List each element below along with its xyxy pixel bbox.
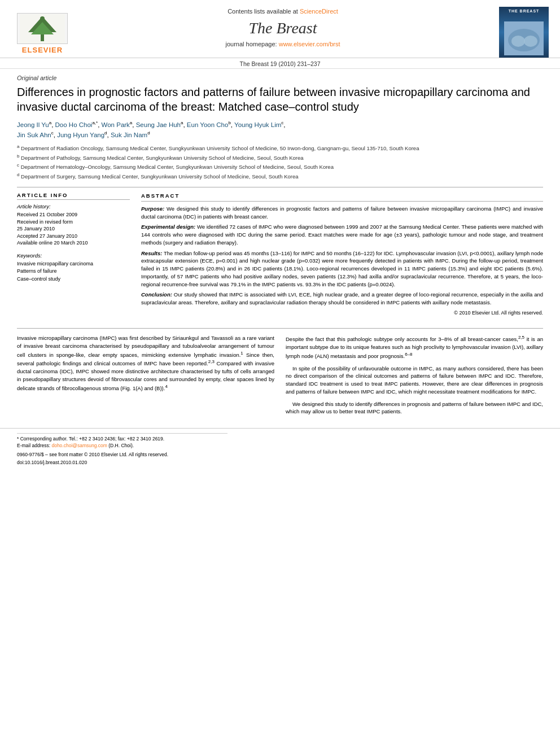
body-para-2: Despite the fact that this pathologic su…: [286, 334, 543, 360]
abstract-purpose-text: We designed this study to identify diffe…: [141, 206, 543, 220]
footer-email-suffix: (D.H. Choi).: [108, 443, 134, 448]
body-left-col: Invasive micropapillary carcinoma (IMPC)…: [17, 334, 274, 420]
abstract-results-heading: Results:: [141, 250, 162, 256]
journal-logo-box: THE BREAST: [492, 5, 549, 58]
abstract-purpose-heading: Purpose:: [141, 206, 164, 212]
breast-cover-art: [504, 21, 544, 55]
abstract-conclusion: Conclusion: Our study showed that IMPC i…: [141, 291, 543, 307]
abstract-design-text: We identified 72 cases of IMPC who were …: [141, 224, 543, 246]
info-abstract-columns: ARTICLE INFO Article history: Received 2…: [17, 192, 543, 317]
copyright-line: © 2010 Elsevier Ltd. All rights reserved…: [141, 309, 543, 317]
footer-email-line: E-mail address: doho.choi@samsung.com (D…: [17, 443, 543, 449]
affil-4: d Department of Surgery, Samsung Medical…: [17, 172, 543, 180]
journal-title: The Breast: [248, 19, 317, 37]
keyword-2: Patterns of failure: [17, 268, 130, 276]
journal-header: ELSEVIER Contents lists available at Sci…: [0, 0, 560, 58]
breast-cover-title: THE BREAST: [509, 9, 540, 13]
section-divider: [17, 187, 543, 187]
elsevier-brand-text: ELSEVIER: [22, 46, 63, 54]
affil-2: b Department of Pathology, Samsung Medic…: [17, 153, 543, 161]
affil-1: a Department of Radiation Oncology, Sams…: [17, 143, 543, 152]
abstract-design: Experimental design: We identified 72 ca…: [141, 223, 543, 246]
journal-homepage-link[interactable]: www.elsevier.com/brst: [279, 41, 340, 47]
bottom-section-divider: [17, 328, 543, 329]
svg-point-8: [524, 36, 537, 47]
svg-point-4: [40, 16, 45, 21]
sciencedirect-line: Contents lists available at ScienceDirec…: [228, 8, 338, 15]
breast-cover-image: THE BREAST: [499, 7, 549, 58]
journal-center-header: Contents lists available at ScienceDirec…: [73, 5, 492, 58]
affiliations: a Department of Radiation Oncology, Sams…: [17, 143, 543, 180]
top-meta-line: The Breast 19 (2010) 231–237: [0, 58, 560, 69]
footer-corresponding: * Corresponding author. Tel.: +82 2 3410…: [17, 436, 543, 443]
body-para-3: In spite of the possibility of unfavoura…: [286, 365, 543, 396]
keyword-1: Invasive micropapillary carcinoma: [17, 260, 130, 268]
author-4: Seung Jae Huh: [136, 121, 181, 128]
author-3: Won Park: [102, 121, 130, 128]
abstract-design-heading: Experimental design:: [141, 224, 195, 230]
footer-doi-line: doi:10.1016/j.breast.2010.01.020: [17, 460, 543, 465]
history-received: Received 21 October 2009: [17, 211, 130, 219]
keywords-section: Keywords: Invasive micropapillary carcin…: [17, 252, 130, 283]
article-history: Article history: Received 21 October 200…: [17, 203, 130, 247]
elsevier-logo-image: [17, 13, 68, 44]
history-revised-date: 25 January 2010: [17, 225, 130, 233]
body-right-col: Despite the fact that this pathologic su…: [286, 334, 543, 420]
author-5: Eun Yoon Cho: [187, 121, 229, 128]
article-info-header: ARTICLE INFO: [17, 192, 130, 200]
body-text-columns: Invasive micropapillary carcinoma (IMPC)…: [0, 334, 560, 420]
footer-divider: [17, 433, 228, 434]
abstract-conclusion-text: Our study showed that IMPC is associated…: [141, 291, 543, 305]
keyword-3: Case–control study: [17, 276, 130, 283]
footer-email-link[interactable]: doho.choi@samsung.com: [51, 443, 107, 448]
abstract-results-text: The median follow-up period was 45 month…: [141, 250, 543, 287]
footer-issn-line: 0960-9776/$ – see front matter © 2010 El…: [17, 452, 543, 457]
article-content: Original article Differences in prognost…: [0, 69, 560, 322]
body-para-4: We designed this study to identify diffe…: [286, 400, 543, 416]
author-2: Doo Ho Choi: [55, 121, 93, 128]
abstract-conclusion-heading: Conclusion:: [141, 291, 172, 298]
affil-3: c Department of Hematology–Oncology, Sam…: [17, 162, 543, 171]
abstract-results: Results: The median follow-up period was…: [141, 250, 543, 289]
page-footer: * Corresponding author. Tel.: +82 2 3410…: [0, 428, 560, 469]
author-7: Jin Suk Ahn: [17, 132, 51, 138]
history-revised-label: Received in revised form: [17, 219, 130, 226]
author-6: Young Hyuk Lim: [234, 121, 281, 128]
article-info-col: ARTICLE INFO Article history: Received 2…: [17, 192, 130, 317]
author-1: Jeong Il Yu: [17, 121, 49, 128]
elsevier-tree-svg: [20, 14, 65, 43]
journal-homepage-line: journal homepage: www.elsevier.com/brst: [226, 41, 340, 47]
keywords-title: Keywords:: [17, 252, 130, 259]
body-para-1: Invasive micropapillary carcinoma (IMPC)…: [17, 334, 274, 392]
authors-line: Jeong Il Yua, Doo Ho Choia,*, Won Parka,…: [17, 120, 543, 140]
article-type-label: Original article: [17, 75, 543, 81]
history-online: Available online 20 March 2010: [17, 239, 130, 247]
article-title: Differences in prognostic factors and pa…: [17, 85, 543, 114]
history-title: Article history:: [17, 203, 130, 209]
breast-art-svg: [506, 23, 542, 54]
author-9: Suk Jin Nam: [111, 132, 147, 138]
history-accepted: Accepted 27 January 2010: [17, 233, 130, 240]
page: ELSEVIER Contents lists available at Sci…: [0, 0, 560, 747]
abstract-purpose: Purpose: We designed this study to ident…: [141, 205, 543, 221]
author-8: Jung Hyun Yang: [57, 132, 104, 138]
svg-point-7: [511, 36, 525, 47]
abstract-section: ABSTRACT Purpose: We designed this study…: [141, 192, 543, 317]
abstract-col: ABSTRACT Purpose: We designed this study…: [141, 192, 543, 317]
sciencedirect-link[interactable]: ScienceDirect: [300, 8, 338, 15]
article-info-section: ARTICLE INFO Article history: Received 2…: [17, 192, 130, 283]
abstract-header: ABSTRACT: [141, 192, 543, 202]
elsevier-logo-box: ELSEVIER: [11, 5, 73, 58]
